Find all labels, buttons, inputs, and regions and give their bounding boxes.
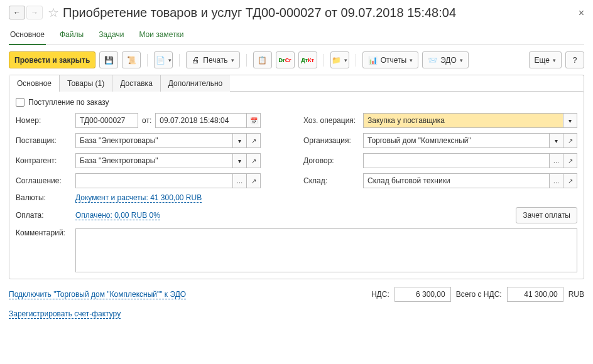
create-based-button[interactable]: 📄	[154, 51, 173, 68]
date-input[interactable]: 09.07.2018 15:48:04	[155, 113, 247, 128]
currency-suffix: RUB	[569, 290, 584, 299]
printer-icon	[192, 55, 200, 65]
section-nav: Основное Файлы Задачи Мои заметки	[9, 26, 584, 45]
supplier-dd[interactable]: ▾	[233, 133, 247, 148]
tab-delivery[interactable]: Доставка	[112, 75, 161, 92]
separator	[324, 54, 324, 67]
tab-extra[interactable]: Дополнительно	[161, 75, 230, 92]
currency-link[interactable]: Документ и расчеты: 41 300,00 RUB	[75, 193, 202, 203]
folder-icon: 📁	[332, 56, 341, 65]
disk-icon: 💾	[104, 56, 114, 65]
separator	[179, 54, 180, 67]
number-label: Номер:	[16, 116, 69, 125]
contragent-input[interactable]: База "Электротовары"	[75, 153, 233, 168]
from-label: от:	[142, 116, 151, 125]
contract-label: Договор:	[303, 156, 357, 165]
currency-label: Валюты:	[16, 193, 69, 202]
separator	[246, 54, 247, 67]
forward-button[interactable]: →	[26, 6, 43, 19]
edo-button[interactable]: 📨ЭДО	[422, 51, 469, 68]
supplier-label: Поставщик:	[16, 136, 69, 145]
agreement-label: Соглашение:	[16, 176, 69, 185]
nav-files[interactable]: Файлы	[58, 26, 85, 45]
separator	[356, 54, 356, 67]
page-title: Приобретение товаров и услуг ТД00-000027…	[63, 6, 456, 20]
warehouse-pick[interactable]: …	[550, 173, 563, 188]
report-icon: 📊	[368, 56, 378, 65]
total-label: Всего с НДС:	[456, 290, 502, 299]
contract-pick[interactable]: …	[550, 153, 563, 168]
nds-label: НДС:	[371, 290, 389, 299]
warehouse-input[interactable]: Склад бытовой техники	[363, 173, 550, 188]
edo-icon: 📨	[428, 56, 437, 65]
contragent-dd[interactable]: ▾	[233, 153, 247, 168]
dtkt-button[interactable]: ДтКт	[298, 51, 317, 68]
agreement-open[interactable]: ↗	[247, 173, 261, 188]
doc-icon: 📋	[258, 56, 267, 65]
save-button[interactable]: 💾	[99, 51, 118, 68]
post-button[interactable]: 📜	[122, 51, 141, 68]
tab-goods[interactable]: Товары (1)	[60, 75, 112, 92]
toolbar: Провести и закрыть 💾 📜 📄 Печать 📋 DrCr Д…	[9, 51, 584, 68]
comment-label: Комментарий:	[16, 228, 69, 237]
contract-input[interactable]	[363, 153, 550, 168]
supplier-open[interactable]: ↗	[247, 133, 261, 148]
scroll-icon: 📜	[127, 56, 136, 65]
tab-main[interactable]: Основное	[9, 75, 60, 92]
drcr-button[interactable]: DrCr	[276, 51, 295, 68]
warehouse-open[interactable]: ↗	[563, 173, 577, 188]
order-checkbox-label: Поступление по заказу	[28, 98, 109, 107]
nds-value: 6 300,00	[394, 287, 451, 302]
drcr-icon: DrCr	[279, 57, 291, 63]
back-button[interactable]: ←	[9, 6, 25, 19]
nav-notes[interactable]: Мои заметки	[138, 26, 185, 45]
help-button[interactable]: ?	[565, 51, 584, 68]
total-value: 41 300,00	[507, 287, 563, 302]
payment-label: Оплата:	[16, 211, 69, 220]
register-invoice-link[interactable]: Зарегистрировать счет-фактуру	[9, 309, 121, 319]
supplier-input[interactable]: База "Электротовары"	[75, 133, 233, 148]
comment-input[interactable]	[75, 228, 577, 272]
operation-dd[interactable]: ▾	[563, 113, 577, 128]
org-input[interactable]: Торговый дом "Комплексный"	[363, 133, 550, 148]
agreement-pick[interactable]: …	[233, 173, 247, 188]
org-dd[interactable]: ▾	[550, 133, 563, 148]
nav-main[interactable]: Основное	[9, 26, 46, 45]
files-button[interactable]: 📁	[330, 51, 349, 68]
zachet-button[interactable]: Зачет оплаты	[516, 207, 577, 223]
number-input[interactable]: ТД00-000027	[75, 113, 138, 128]
close-button[interactable]: ×	[579, 8, 584, 19]
order-checkbox[interactable]	[16, 98, 24, 107]
payment-link[interactable]: Оплачено: 0,00 RUB 0%	[75, 211, 160, 220]
nav-tasks[interactable]: Задачи	[97, 26, 125, 45]
warehouse-label: Склад:	[303, 176, 357, 185]
doc-button-1[interactable]: 📋	[253, 51, 272, 68]
operation-label: Хоз. операция:	[303, 116, 357, 125]
calendar-button[interactable]: 📅	[247, 113, 261, 128]
favorite-icon[interactable]: ☆	[48, 5, 59, 20]
form-tabs: Основное Товары (1) Доставка Дополнитель…	[9, 75, 584, 92]
agreement-input[interactable]	[75, 173, 233, 188]
org-open[interactable]: ↗	[563, 133, 577, 148]
contract-open[interactable]: ↗	[563, 153, 577, 168]
edo-connect-link[interactable]: Подключить "Торговый дом "Комплексный"" …	[9, 290, 186, 299]
contragent-label: Контрагент:	[16, 156, 69, 165]
print-button[interactable]: Печать	[186, 51, 239, 68]
more-button[interactable]: Еще	[529, 51, 562, 68]
contragent-open[interactable]: ↗	[247, 153, 261, 168]
post-close-button[interactable]: Провести и закрыть	[9, 51, 95, 68]
org-label: Организация:	[303, 136, 357, 145]
doc-plus-icon: 📄	[156, 56, 165, 65]
operation-input[interactable]: Закупка у поставщика	[363, 113, 563, 128]
dtkt-icon: ДтКт	[301, 57, 314, 63]
reports-button[interactable]: 📊Отчеты	[362, 51, 418, 68]
separator	[147, 54, 148, 67]
